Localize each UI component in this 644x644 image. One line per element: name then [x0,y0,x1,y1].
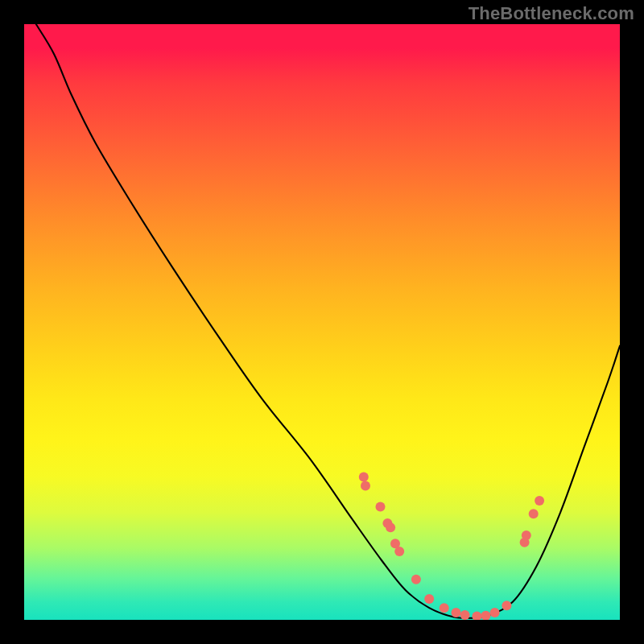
plot-area [24,24,620,620]
scatter-dot [535,496,544,506]
scatter-dot [424,594,434,604]
scatter-dot [440,603,449,613]
scatter-dot [452,608,461,617]
chart-svg [24,24,620,620]
scatter-dot [394,547,404,556]
scatter-dot [411,575,421,584]
scatter-dot [522,530,531,540]
scatter-dot [359,472,369,481]
scatter-dot [460,610,470,620]
scatter-dot [529,509,539,518]
scatter-dot [386,522,395,532]
chart-frame: TheBottleneck.com [0,0,644,644]
scatter-dot [490,608,500,617]
scatter-dot [481,611,491,620]
curve-path [36,24,620,618]
scatter-dot [361,481,370,491]
scatter-dot [502,601,511,610]
watermark-text: TheBottleneck.com [469,3,634,24]
scatter-dot [472,612,481,620]
scatter-dot [376,502,386,511]
